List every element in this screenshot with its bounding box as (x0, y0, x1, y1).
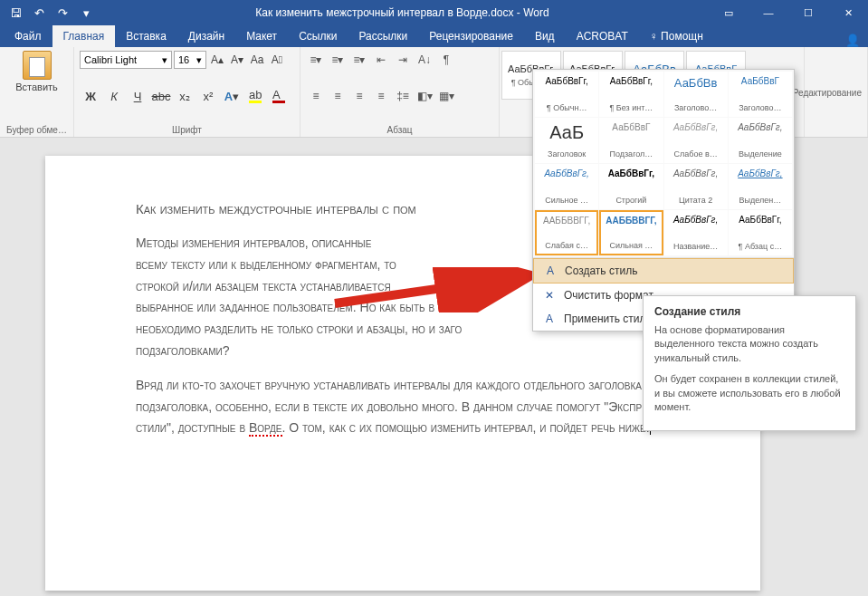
superscript-button[interactable]: x² (197, 87, 219, 105)
maximize-icon[interactable]: ☐ (788, 0, 828, 25)
shading-icon[interactable]: ◧▾ (415, 87, 434, 105)
style-gallery-item[interactable]: АаБбВвГг,¶ Обычн… (535, 72, 598, 117)
group-label: Шрифт (80, 125, 294, 135)
style-gallery-item[interactable]: АаБбВвГг,Выделен… (729, 164, 792, 209)
style-gallery-item[interactable]: АаБбВвЗаголово… (664, 72, 728, 117)
group-paragraph: ≡▾ ≡▾ ≡▾ ⇤ ⇥ A↓ ¶ ≡ ≡ ≡ ≡ ‡≡ ◧▾ ▦▾ Абзац (300, 47, 500, 137)
font-color-icon[interactable]: A (268, 87, 290, 105)
change-case-icon[interactable]: Aa (248, 51, 266, 69)
multilevel-icon[interactable]: ≡▾ (349, 51, 369, 69)
style-gallery-item[interactable]: ААББВВГГ,Сильная … (599, 210, 663, 255)
undo-icon[interactable]: ↶ (29, 3, 49, 23)
tab-home[interactable]: Главная (52, 25, 116, 47)
group-label: Буфер обме… (5, 125, 68, 135)
style-gallery-item[interactable]: АаБбВвГг,Выделение (729, 118, 792, 163)
tab-layout[interactable]: Макет (235, 25, 288, 47)
clear-formatting-icon[interactable]: A⃠ (268, 51, 286, 69)
tooltip-text: На основе форматирования выделенного тек… (654, 323, 844, 365)
justify-icon[interactable]: ≡ (371, 87, 391, 105)
align-center-icon[interactable]: ≡ (328, 87, 348, 105)
create-style-menuitem[interactable]: AСоздать стиль (533, 258, 794, 284)
grow-font-icon[interactable]: A▴ (208, 51, 226, 69)
paragraph-2[interactable]: Вряд ли кто-то захочет вручную устанавли… (136, 375, 670, 439)
font-size-combo[interactable]: 16▾ (174, 51, 206, 69)
font-name-combo[interactable]: Calibri Light▾ (80, 51, 172, 69)
text-effects-icon[interactable]: A▾ (221, 87, 243, 105)
tooltip-title: Создание стиля (654, 305, 844, 318)
style-gallery-item[interactable]: АаБбВвГг,Строгий (599, 164, 663, 209)
italic-button[interactable]: К (103, 87, 125, 105)
shrink-font-icon[interactable]: A▾ (228, 51, 246, 69)
save-icon[interactable]: 🖫 (5, 3, 25, 23)
align-right-icon[interactable]: ≡ (349, 87, 369, 105)
title-bar: 🖫 ↶ ↷ ▾ Как изменить межстрочный интерва… (0, 0, 868, 25)
tooltip-text: Он будет сохранен в коллекции стилей, и … (654, 372, 844, 414)
group-font: Calibri Light▾ 16▾ A▴ A▾ Aa A⃠ Ж К Ч abc… (74, 47, 300, 137)
tab-review[interactable]: Рецензирование (418, 25, 524, 47)
line-spacing-icon[interactable]: ‡≡ (393, 87, 413, 105)
tab-view[interactable]: Вид (524, 25, 566, 47)
group-editing: Редактирование (805, 47, 868, 137)
style-gallery-item[interactable]: АаБбВвГг,Название… (664, 210, 728, 255)
ribbon-tabs: Файл Главная Вставка Дизайн Макет Ссылки… (0, 25, 868, 47)
style-gallery-item[interactable]: АаБбВвГг,Слабое в… (664, 118, 728, 163)
align-left-icon[interactable]: ≡ (306, 87, 326, 105)
tab-references[interactable]: Ссылки (288, 25, 348, 47)
paste-label: Вставить (15, 82, 58, 92)
style-gallery-item[interactable]: АаБбВвГг,¶ Абзац с… (729, 210, 792, 255)
group-clipboard: Вставить Буфер обме… (0, 47, 74, 137)
decrease-indent-icon[interactable]: ⇤ (371, 51, 391, 69)
window-controls: ▭ — ☐ ✕ (709, 0, 868, 25)
bullets-icon[interactable]: ≡▾ (306, 51, 326, 69)
sort-icon[interactable]: A↓ (415, 51, 434, 69)
bold-button[interactable]: Ж (80, 87, 101, 105)
share-icon[interactable]: 👤 (844, 34, 861, 47)
minimize-icon[interactable]: — (749, 0, 788, 25)
tab-mailings[interactable]: Рассылки (348, 25, 418, 47)
redo-icon[interactable]: ↷ (52, 3, 72, 23)
subscript-button[interactable]: x₂ (174, 87, 196, 105)
highlight-icon[interactable]: ab (244, 87, 266, 105)
underline-button[interactable]: Ч (127, 87, 148, 105)
borders-icon[interactable]: ▦▾ (436, 87, 456, 105)
tooltip-create-style: Создание стиля На основе форматирования … (643, 295, 856, 431)
tell-me[interactable]: ♀ Помощн (639, 25, 714, 47)
style-gallery-item[interactable]: АаБбВвГг,Цитата 2 (664, 164, 728, 209)
window-title: Как изменить межстрочный интервал в Ворд… (96, 6, 709, 19)
tab-acrobat[interactable]: ACROBAT (566, 25, 639, 47)
qat-customize-icon[interactable]: ▾ (76, 3, 96, 23)
numbering-icon[interactable]: ≡▾ (328, 51, 348, 69)
ribbon-options-icon[interactable]: ▭ (709, 0, 749, 25)
increase-indent-icon[interactable]: ⇥ (393, 51, 413, 69)
style-gallery-item[interactable]: АаБбВвГЗаголово… (729, 72, 792, 117)
style-gallery-item[interactable]: АаБбВвГг,Сильное … (535, 164, 598, 209)
paste-icon (23, 51, 52, 80)
tab-insert[interactable]: Вставка (115, 25, 177, 47)
group-label: Абзац (306, 125, 493, 135)
style-gallery-item[interactable]: АаБбВвГПодзагол… (599, 118, 663, 163)
styles-gallery-dropdown: АаБбВвГг,¶ Обычн…АаБбВвГг,¶ Без инт…АаБб… (532, 69, 795, 332)
strike-button[interactable]: abc (150, 87, 172, 105)
style-gallery-item[interactable]: ААББВВГГ,Слабая с… (535, 210, 598, 255)
style-gallery-item[interactable]: АаБбВвГг,¶ Без инт… (599, 72, 663, 117)
tab-design[interactable]: Дизайн (177, 25, 235, 47)
show-marks-icon[interactable]: ¶ (436, 51, 456, 69)
tab-file[interactable]: Файл (4, 25, 52, 47)
style-gallery-item[interactable]: АаБЗаголовок (535, 118, 598, 163)
paste-button[interactable]: Вставить (5, 51, 68, 92)
quick-access-toolbar: 🖫 ↶ ↷ ▾ (0, 3, 96, 23)
close-icon[interactable]: ✕ (828, 0, 868, 25)
